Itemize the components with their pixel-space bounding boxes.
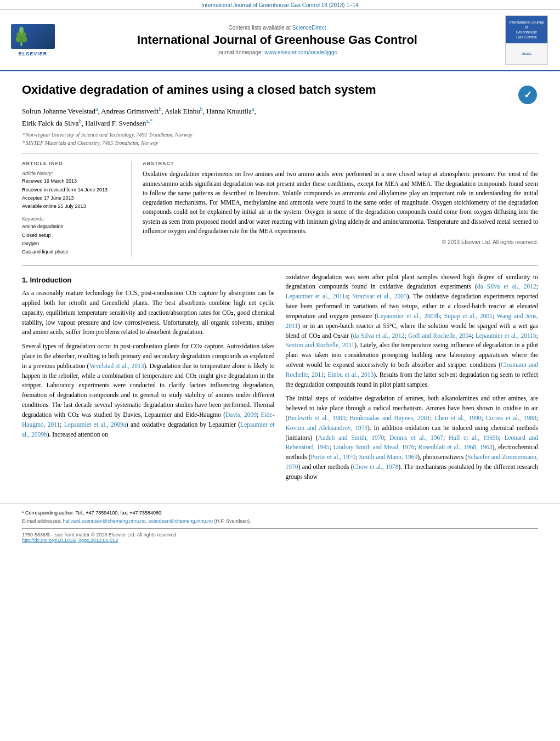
ref-beckwith[interactable]: Beckwith et al., 1983 — [287, 415, 345, 421]
article-info: ARTICLE INFO Article history: Received 1… — [22, 161, 132, 256]
section-number: 1. — [22, 276, 30, 284]
ref-vevelstad[interactable]: Vevelstad et al., 2013 — [89, 363, 144, 369]
ref-sexton[interactable]: Sexton and Rochelle, 2011 — [286, 342, 355, 348]
ref-chow[interactable]: Chow et al., 1978 — [353, 463, 399, 470]
body-para-3: oxidative degradation was seen after pil… — [286, 273, 539, 390]
affiliation-b: ᵇ SINTEF Materials and Chemistry, 7465 T… — [22, 139, 538, 147]
footer-issn: 1750-5836/$ – see front matter © 2013 El… — [22, 532, 538, 538]
ref-boukoualas[interactable]: Boukoualas and Haynes, 2001 — [349, 415, 430, 421]
email-note: E-mail addresses: hallvard.svendsen@chem… — [22, 518, 538, 525]
contents-line: Contents lists available at ScienceDirec… — [55, 25, 500, 31]
svg-text:✓: ✓ — [524, 89, 532, 100]
copyright-line: © 2013 Elsevier Ltd. All rights reserved… — [143, 239, 538, 245]
journal-header: ELSEVIER Contents lists available at Sci… — [0, 10, 560, 71]
journal-homepage: journal homepage: www.elsevier.com/locat… — [55, 49, 500, 55]
accepted-date: Accepted 17 June 2013 — [22, 194, 122, 202]
elsevier-logo-img — [11, 24, 55, 49]
ref-lepaumier-2011b[interactable]: Lepaumier et al., 2011b — [476, 332, 536, 339]
body-col-right: oxidative degradation was seen after pil… — [286, 273, 539, 487]
ref-supap[interactable]: Supap et al., 2001 — [444, 313, 493, 319]
abstract-text: Oxidative degradation experiments on fiv… — [143, 169, 538, 236]
authors: Solrun Johanne Vevelstada, Andreas Grims… — [22, 105, 538, 129]
revised-date: Received in revised form 14 June 2013 — [22, 186, 122, 194]
journal-thumbnail: International Journal ofGreenhouseGas Co… — [505, 15, 549, 65]
received-date: Received 19 March 2013 — [22, 177, 122, 185]
ref-audeh[interactable]: Audeh and Smith, 1970 — [318, 434, 384, 441]
email-link-1[interactable]: hallvard.svendsen@chemeng.ntnu.no — [63, 518, 146, 524]
paper-title: Oxidative degradation of amines using a … — [22, 82, 538, 98]
thumb-top: International Journal ofGreenhouseGas Co… — [506, 16, 547, 43]
crossmark-badge: ✓ — [518, 86, 538, 105]
title-area: ✓ Oxidative degradation of amines using … — [22, 82, 538, 98]
ref-strazisar[interactable]: Strazisar et al., 2003 — [352, 293, 407, 299]
ref-goff[interactable]: Goff and Rochelle, 2004 — [408, 332, 472, 339]
top-banner: International Journal of Greenhouse Gas … — [0, 0, 560, 10]
keyword-3: Oxygen — [22, 240, 122, 248]
ref-portis[interactable]: Portis et al., 1970 — [311, 454, 356, 460]
ref-lepaumier-2011a[interactable]: Lepaumier et al., 2011a — [286, 293, 348, 299]
body-para-4: The initial steps of oxidative degradati… — [286, 394, 539, 482]
keywords-section: Keywords: Amine degradation Closed setup… — [22, 216, 122, 256]
ref-davis[interactable]: Davis, 2009 — [225, 411, 257, 418]
ref-lindsay[interactable]: Lindsay Smith and Mead, 1976 — [333, 444, 414, 450]
thumb-bottom-text: IJGGC — [522, 52, 532, 55]
homepage-link[interactable]: www.elsevier.com/locate/ijggc — [264, 49, 337, 55]
doi-link[interactable]: http://dx.doi.org/10.1016/j.ijggc.2013.0… — [22, 538, 118, 543]
elsevier-text: ELSEVIER — [19, 51, 48, 56]
and-text: and — [302, 463, 312, 470]
divider-2 — [22, 265, 538, 266]
ref-lepaumier-2009b[interactable]: Lepaumier et al., 2009b — [22, 421, 274, 438]
thumb-bottom: IJGGC — [506, 43, 547, 64]
ref-chen[interactable]: Chen et al., 1990 — [434, 415, 481, 421]
ref-smith[interactable]: Smith and Mann, 1969 — [359, 454, 417, 460]
svg-point-7 — [19, 26, 24, 32]
journal-main-title: International Journal of Greenhouse Gas … — [55, 33, 500, 47]
online-date: Available online 25 July 2013 — [22, 202, 122, 211]
footer-divider — [22, 528, 538, 529]
email-link-2[interactable]: svendsen@chemeng.ntnu.no — [149, 518, 213, 524]
paper-footer: * Corresponding author. Tel.: +47 735941… — [0, 503, 560, 548]
ref-rosenblatt[interactable]: Rosenblatt et al., 1968, 1963 — [418, 444, 492, 450]
banner-text: International Journal of Greenhouse Gas … — [201, 2, 358, 8]
keyword-2: Closed setup — [22, 231, 122, 240]
crossmark-icon: ✓ — [518, 86, 537, 104]
affiliations: ᵃ Norwegian University of Science and Te… — [22, 131, 538, 147]
ref-lepaumier-2009a[interactable]: Lepaumier et al., 2009a — [64, 421, 126, 428]
keyword-1: Amine degradation — [22, 223, 122, 231]
paper-content: ✓ Oxidative degradation of amines using … — [0, 71, 560, 497]
ref-hull[interactable]: Hull et al., 1969b — [449, 434, 499, 441]
article-info-title: ARTICLE INFO — [22, 161, 122, 166]
ref-einbu[interactable]: Einbu et al., 2013 — [327, 371, 374, 378]
section-title: Introduction — [30, 276, 71, 284]
divider-1 — [22, 154, 538, 154]
body-text-right: oxidative degradation was seen after pil… — [286, 273, 539, 482]
abstract-section: ABSTRACT Oxidative degradation experimen… — [143, 161, 538, 256]
affiliation-a: ᵃ Norwegian University of Science and Te… — [22, 131, 538, 139]
body-col-left: 1. Introduction As a reasonably mature t… — [22, 273, 275, 487]
author-list: Solrun Johanne Vevelstada, Andreas Grims… — [22, 107, 256, 127]
body-para-1: As a reasonably mature technology for CC… — [22, 289, 275, 337]
elsevier-logo: ELSEVIER — [11, 24, 55, 56]
sciencedirect-link[interactable]: ScienceDirect — [292, 25, 326, 31]
thumb-top-text: International Journal ofGreenhouseGas Co… — [508, 20, 545, 39]
ref-correa[interactable]: Correa et al., 1988 — [486, 415, 536, 421]
info-dates: Received 19 March 2013 Received in revis… — [22, 177, 122, 211]
svg-point-5 — [16, 32, 21, 37]
ref-closmann[interactable]: Closmann and Rochelle, 2011 — [286, 361, 539, 378]
ref-lepaumier-2009b-2[interactable]: Lepaumier et al., 2009b — [377, 313, 440, 319]
thumb-box: International Journal ofGreenhouseGas Co… — [505, 15, 548, 65]
footer-doi: http://dx.doi.org/10.1016/j.ijggc.2013.0… — [22, 538, 538, 543]
keywords-label: Keywords: — [22, 216, 122, 222]
ref-dasilva-2012[interactable]: da Silva et al., 2012 — [477, 283, 536, 290]
keywords-list: Amine degradation Closed setup Oxygen Ga… — [22, 223, 122, 256]
ref-dennis[interactable]: Dennis et al., 1967 — [389, 434, 443, 441]
ref-kovtun[interactable]: Kovtun and Aleksandrov, 1973 — [286, 425, 367, 431]
corresponding-note: * Corresponding author. Tel.: +47 735941… — [22, 510, 538, 516]
history-label: Article history: — [22, 171, 122, 176]
email-label: E-mail addresses: — [22, 518, 61, 524]
body-para-2: Several types of degradation occur in po… — [22, 342, 275, 439]
ref-dasilva-2012-2[interactable]: da Silva et al., 2012 — [353, 332, 404, 339]
info-abstract-row: ARTICLE INFO Article history: Received 1… — [22, 161, 538, 256]
section-heading-1: 1. Introduction — [22, 275, 275, 286]
keyword-4: Gas and liquid phase — [22, 248, 122, 256]
